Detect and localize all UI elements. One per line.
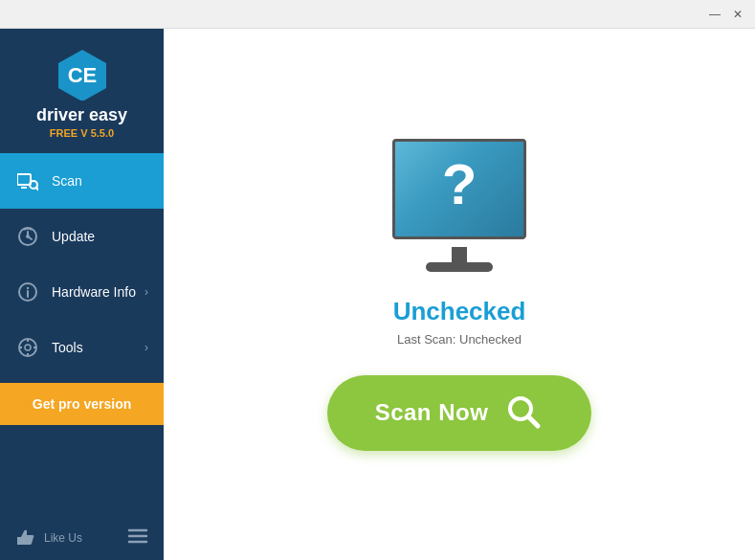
hardware-info-chevron-icon: ›: [144, 285, 148, 299]
like-us-button[interactable]: Like Us: [15, 527, 82, 549]
svg-point-10: [27, 287, 29, 289]
sidebar-item-hardware-info[interactable]: Hardware Info ›: [0, 264, 164, 320]
update-nav-icon: [15, 224, 40, 249]
update-nav-label: Update: [52, 229, 148, 244]
tools-nav-label: Tools: [52, 340, 144, 355]
thumbs-up-icon: [15, 527, 36, 549]
monitor-stand-neck: [452, 247, 467, 264]
svg-line-5: [36, 188, 38, 190]
question-mark-icon: ?: [442, 156, 477, 213]
menu-icon[interactable]: [127, 527, 148, 549]
sidebar-item-tools[interactable]: Tools ›: [0, 320, 164, 375]
app-version: FREE V 5.5.0: [50, 127, 114, 139]
scan-nav-icon: [15, 168, 40, 193]
logo-area: CE driver easy FREE V 5.5.0: [0, 29, 164, 153]
svg-line-21: [528, 416, 538, 426]
sidebar-bottom: Like Us: [0, 516, 164, 560]
hardware-info-nav-icon: [15, 280, 40, 304]
status-title: Unchecked: [393, 297, 526, 326]
sidebar-item-scan[interactable]: Scan: [0, 153, 164, 209]
content-area: ? Unchecked Last Scan: Unchecked Scan No…: [164, 29, 755, 560]
get-pro-button[interactable]: Get pro version: [0, 383, 164, 425]
svg-point-7: [26, 235, 30, 238]
sidebar: CE driver easy FREE V 5.5.0 Scan: [0, 29, 164, 560]
last-scan-text: Last Scan: Unchecked: [397, 332, 522, 347]
svg-text:CE: CE: [67, 63, 97, 87]
sidebar-item-update[interactable]: Update: [0, 209, 164, 264]
nav-items: Scan Update: [0, 153, 164, 516]
svg-point-12: [25, 345, 31, 350]
svg-rect-2: [17, 174, 31, 185]
app-name: driver easy: [36, 106, 127, 125]
scan-now-button[interactable]: Scan Now: [327, 375, 592, 451]
scan-now-icon: [501, 391, 544, 436]
monitor-stand-base: [426, 262, 493, 272]
app-logo-icon: CE: [54, 48, 111, 101]
scan-nav-label: Scan: [52, 173, 148, 189]
monitor-graphic: ?: [383, 139, 536, 278]
tools-chevron-icon: ›: [144, 341, 148, 354]
main-layout: CE driver easy FREE V 5.5.0 Scan: [0, 29, 755, 560]
scan-now-label: Scan Now: [375, 399, 489, 426]
title-bar: — ✕: [0, 0, 755, 29]
monitor-screen: ?: [392, 139, 526, 239]
minimize-button[interactable]: —: [705, 5, 724, 24]
hardware-info-nav-label: Hardware Info: [52, 284, 144, 300]
close-button[interactable]: ✕: [728, 5, 747, 24]
tools-nav-icon: [15, 335, 40, 360]
like-us-label: Like Us: [44, 531, 82, 545]
